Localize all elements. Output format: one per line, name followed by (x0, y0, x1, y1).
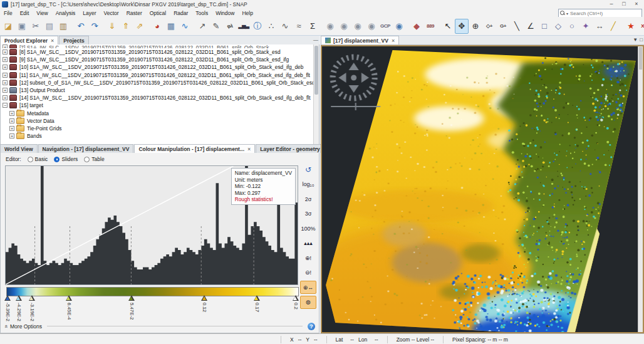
gcp-manager-icon[interactable] (423, 19, 437, 34)
histogram-plot[interactable]: Name: displacement_VV Unit: meters Min: … (5, 165, 298, 285)
spatial-subset-icon[interactable] (164, 19, 178, 34)
geo-coding-icon[interactable] (223, 19, 237, 34)
image-vertical-scrollbar[interactable] (638, 46, 643, 332)
insert-pin-icon[interactable] (482, 19, 496, 34)
toggle-graticule-overlay-icon[interactable] (351, 19, 365, 34)
expand-icon[interactable]: + (9, 126, 14, 131)
expand-icon[interactable]: + (3, 73, 8, 78)
reset-to-defaults-button[interactable]: ↺ (300, 163, 316, 176)
scrollbar-thumb[interactable] (314, 46, 318, 95)
palette-slider-handle[interactable] (29, 295, 35, 301)
product-group-icon[interactable] (15, 19, 29, 34)
palette-slider-handle[interactable] (16, 295, 22, 301)
polygon-drawing-icon[interactable] (551, 19, 565, 34)
menu-item-raster[interactable]: Raster (123, 10, 146, 16)
toggle-layer-overlay-icon[interactable] (337, 19, 351, 34)
undo-icon[interactable] (74, 19, 88, 34)
copy-icon[interactable] (43, 19, 56, 34)
palette-slider-handle[interactable] (201, 295, 207, 301)
editor-mode-radio-table[interactable]: Table (84, 156, 104, 162)
log10-scaling-toggle[interactable]: log₁₀ (300, 178, 316, 191)
minimize-button[interactable]: – (605, 1, 618, 8)
tree-row[interactable]: +Metadata (1, 110, 319, 117)
more-options-chevron-icon[interactable]: « (3, 325, 9, 328)
toggle-gcp-overlay-icon[interactable] (378, 19, 392, 34)
help-button[interactable]: ? (308, 323, 315, 330)
close-button[interactable]: × (630, 1, 643, 8)
tab-navigation-17-displacement-vv[interactable]: Navigation - [17] displacement_VV (38, 144, 134, 153)
menu-item-window[interactable]: Window (212, 10, 238, 16)
open-product-icon[interactable] (1, 19, 15, 34)
spectrum-view-icon[interactable] (292, 19, 306, 34)
radio-icon[interactable] (28, 157, 33, 162)
stretch-100percent-button[interactable]: 100% (300, 222, 316, 235)
paste-icon[interactable] (56, 19, 70, 34)
palette-slider-handle[interactable] (254, 295, 260, 301)
radio-icon[interactable] (84, 157, 90, 162)
histogram-icon[interactable] (237, 19, 251, 34)
pie-chart-icon[interactable] (150, 19, 164, 34)
menu-item-radar[interactable]: Radar (170, 10, 192, 16)
tab-world-view[interactable]: World View (0, 144, 38, 153)
menu-item-edit[interactable]: Edit (16, 10, 33, 16)
zoom-horizontal-button[interactable]: ⊕↔ (300, 281, 316, 294)
tab-list-dropdown-icon[interactable]: ▼ (633, 36, 638, 43)
minimize-panel-button[interactable]: — (313, 36, 318, 43)
expand-icon[interactable]: + (3, 80, 8, 85)
menu-item-vector[interactable]: Vector (100, 10, 123, 16)
editor-mode-radio-basic[interactable]: Basic (28, 156, 48, 162)
image-canvas[interactable] (321, 45, 644, 333)
tree-row[interactable]: +[10] S1A_IW_SLC__1SDV_20190715T031359_2… (1, 63, 319, 71)
tree-row[interactable]: +[11] S1A_IW_SLC__1SDV_20190715T031359_2… (1, 71, 319, 79)
menu-item-view[interactable]: View (33, 10, 51, 16)
expand-icon[interactable]: + (9, 111, 14, 116)
menu-item-help[interactable]: Help (238, 10, 256, 16)
tree-row[interactable]: +Tie-Point Grids (1, 125, 319, 132)
statistics-sigma-icon[interactable] (306, 19, 319, 34)
expand-icon[interactable]: + (9, 133, 14, 138)
expand-icon[interactable]: + (3, 65, 8, 70)
tab-close-icon[interactable]: × (51, 38, 54, 44)
float-group-icon[interactable]: □ (640, 36, 643, 43)
cut-icon[interactable] (29, 19, 43, 34)
tab-displacement-vv[interactable]: [17] displacement_VV × (321, 36, 399, 44)
polyline-drawing-icon[interactable] (524, 19, 538, 34)
scrollbar-thumb[interactable] (639, 47, 642, 70)
tab-close-icon[interactable]: × (392, 38, 395, 44)
stretch-3sigma-button[interactable]: 3σ (300, 207, 316, 221)
distribute-sliders-evenly-button[interactable]: ▴▴▴ (300, 237, 316, 250)
pan-tool-icon[interactable] (455, 19, 469, 34)
scatter-plot-icon[interactable] (264, 19, 278, 34)
tree-row[interactable]: +Bands (1, 132, 319, 140)
palette-slider-handle[interactable] (293, 295, 299, 301)
menu-item-file[interactable]: File (0, 10, 16, 16)
star-icon[interactable] (624, 19, 638, 34)
tab-close-icon[interactable]: × (247, 146, 251, 152)
expand-icon[interactable]: + (3, 57, 8, 62)
tab-projects[interactable]: Projects (59, 36, 89, 44)
search-input[interactable] (570, 11, 641, 16)
palette-rotation-button[interactable]: ◍ (300, 296, 316, 309)
stretch-2sigma-button[interactable]: 2σ (300, 192, 316, 206)
collapse-icon[interactable]: − (3, 103, 8, 108)
tree-row[interactable]: +[13] Output Product (1, 86, 319, 94)
ellipse-drawing-icon[interactable] (565, 19, 579, 34)
zoom-tool-icon[interactable] (469, 19, 482, 34)
magic-wand-icon[interactable] (579, 19, 593, 34)
palette-slider-handle[interactable] (128, 295, 135, 301)
editor-mode-radio-sliders[interactable]: Sliders (54, 156, 78, 162)
rectangle-drawing-icon[interactable] (538, 19, 551, 34)
menu-item-optical[interactable]: Optical (146, 10, 170, 16)
toggle-worldmap-overlay-icon[interactable] (392, 19, 406, 34)
tree-row[interactable]: +[12] subset_0_of_S1A_IW_SLC__1SDV_20190… (1, 79, 319, 86)
tree-row[interactable]: +[9] S1A_IW_SLC__1SDV_20190715T031359_20… (1, 56, 319, 63)
expand-icon[interactable]: + (3, 88, 8, 93)
range-finder-icon[interactable] (593, 19, 606, 34)
line-plot-icon[interactable] (195, 19, 209, 34)
menu-item-tools[interactable]: Tools (192, 10, 212, 16)
tab-product-explorer[interactable]: Product Explorer× (0, 36, 58, 44)
line-drawing-icon[interactable] (510, 19, 524, 34)
tree-row[interactable]: +[14] S1A_IW_SLC__1SDV_20190715T031359_2… (1, 94, 319, 102)
export-product-icon[interactable] (119, 19, 133, 34)
insert-gcp-icon[interactable] (496, 19, 510, 34)
